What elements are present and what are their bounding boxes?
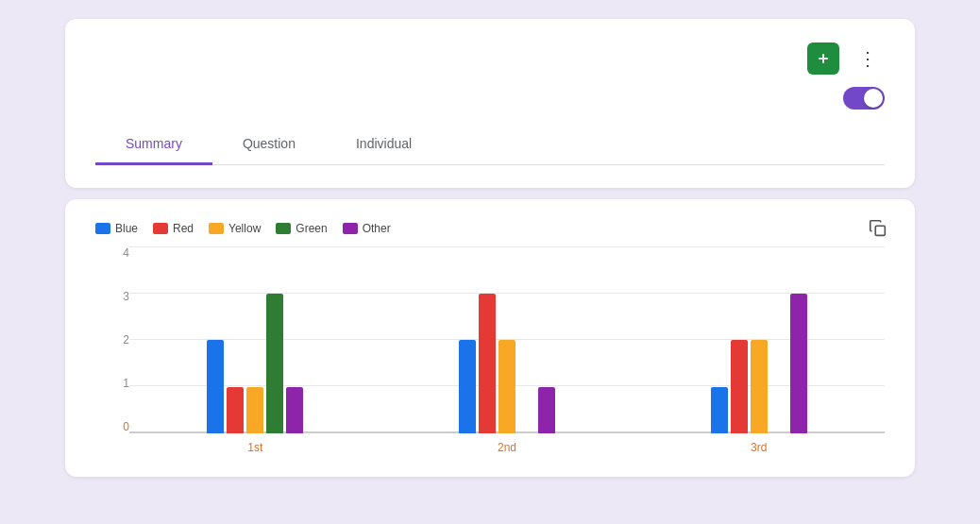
header-top: ⋮ bbox=[95, 42, 885, 76]
legend-item-other: Other bbox=[343, 222, 391, 235]
x-label-1: 2nd bbox=[479, 441, 535, 454]
bar-1-0 bbox=[459, 340, 476, 433]
header-icons: ⋮ bbox=[807, 42, 885, 76]
header-card: ⋮ Summary Question Individual bbox=[65, 19, 915, 188]
main-container: ⋮ Summary Question Individual BlueRedYel… bbox=[65, 19, 915, 477]
bar-0-3 bbox=[266, 294, 283, 434]
bar-2-0 bbox=[711, 387, 728, 434]
tabs-bar: Summary Question Individual bbox=[95, 125, 885, 165]
bar-0-2 bbox=[246, 387, 263, 434]
legend-color bbox=[95, 223, 110, 234]
tab-summary[interactable]: Summary bbox=[95, 125, 212, 165]
legend-label: Yellow bbox=[228, 222, 261, 235]
copy-icon[interactable] bbox=[868, 218, 888, 244]
bar-1-2 bbox=[498, 340, 515, 433]
legend-label: Blue bbox=[115, 222, 138, 235]
legend-label: Other bbox=[363, 222, 391, 235]
chart-legend: BlueRedYellowGreenOther bbox=[95, 222, 885, 235]
add-chart-button[interactable] bbox=[807, 42, 839, 75]
bar-2-1 bbox=[731, 340, 748, 433]
toggle-knob bbox=[864, 89, 883, 108]
bar-0-0 bbox=[207, 340, 224, 433]
legend-color bbox=[276, 223, 291, 234]
x-labels: 1st2nd3rd bbox=[129, 441, 885, 454]
bar-2-4 bbox=[790, 294, 807, 434]
more-options-button[interactable]: ⋮ bbox=[851, 42, 885, 76]
legend-item-red: Red bbox=[153, 222, 194, 235]
bar-1-4 bbox=[538, 387, 555, 434]
accepting-toggle[interactable] bbox=[843, 87, 885, 110]
chart-plot: 1st2nd3rd bbox=[129, 246, 885, 454]
legend-color bbox=[343, 223, 358, 234]
y-tick-4: 4 bbox=[95, 246, 129, 260]
x-label-0: 1st bbox=[227, 441, 283, 454]
legend-label: Green bbox=[296, 222, 327, 235]
accepting-row bbox=[95, 87, 885, 110]
bar-group-1 bbox=[459, 294, 555, 434]
legend-item-green: Green bbox=[276, 222, 327, 235]
chart-card: BlueRedYellowGreenOther 0 1 2 3 4 bbox=[65, 199, 915, 477]
svg-rect-1 bbox=[875, 226, 885, 235]
more-icon: ⋮ bbox=[858, 47, 877, 70]
legend-label: Red bbox=[173, 222, 194, 235]
bar-group-0 bbox=[207, 294, 303, 434]
y-tick-0: 0 bbox=[95, 420, 129, 433]
y-tick-2: 2 bbox=[95, 333, 129, 347]
bar-0-4 bbox=[286, 387, 303, 434]
tab-question[interactable]: Question bbox=[212, 125, 326, 165]
bar-0-1 bbox=[227, 387, 244, 434]
legend-item-yellow: Yellow bbox=[209, 222, 261, 235]
bar-group-2 bbox=[711, 294, 807, 434]
x-label-2: 3rd bbox=[731, 441, 787, 454]
legend-color bbox=[153, 223, 168, 234]
y-tick-3: 3 bbox=[95, 290, 129, 303]
legend-item-blue: Blue bbox=[95, 222, 138, 235]
bar-2-2 bbox=[751, 340, 768, 433]
tab-individual[interactable]: Individual bbox=[326, 125, 442, 165]
bar-groups bbox=[129, 246, 885, 433]
bar-1-1 bbox=[479, 294, 496, 434]
y-tick-1: 1 bbox=[95, 377, 129, 390]
legend-color bbox=[209, 223, 224, 234]
